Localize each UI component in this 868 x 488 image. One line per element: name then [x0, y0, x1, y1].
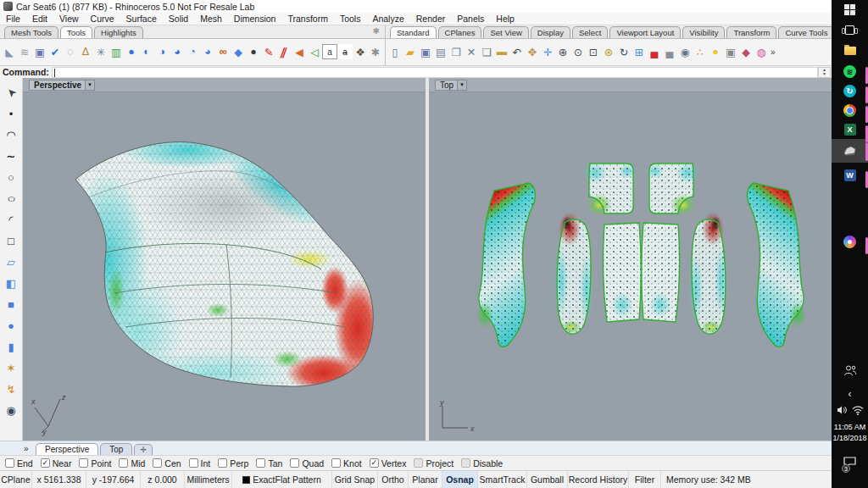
tab-mesh-tools[interactable]: Mesh Tools	[4, 26, 58, 38]
status-smarttrack-toggle[interactable]: SmartTrack	[478, 471, 527, 488]
sphere-brush-icon[interactable]: ◔	[185, 44, 200, 59]
mesh[interactable]: Mesh	[194, 14, 228, 24]
transform[interactable]: Transform	[281, 14, 333, 24]
rectangle-icon[interactable]: □	[3, 230, 20, 252]
ellipse-icon[interactable]: ○	[0, 188, 23, 209]
moth-icon[interactable]: ❖	[353, 44, 368, 59]
surface-corner-icon[interactable]: ◧	[3, 273, 20, 294]
cylinder-icon[interactable]: ▮	[3, 336, 20, 358]
status-planar-toggle[interactable]: Planar	[409, 471, 442, 488]
status-record-history-toggle[interactable]: Record History	[568, 471, 629, 488]
view[interactable]: View	[53, 14, 85, 24]
tab-cplanes[interactable]: CPlanes	[438, 26, 482, 38]
tools[interactable]: Tools	[334, 14, 367, 24]
osnap-cen[interactable]: Cen	[153, 458, 181, 469]
clock[interactable]: 11:05 AM	[832, 423, 868, 431]
tab-transform[interactable]: Transform	[726, 26, 776, 38]
grenade-icon[interactable]: ●	[246, 44, 261, 59]
lightning-icon[interactable]: ↯	[3, 379, 20, 400]
word-button[interactable]: W	[832, 169, 868, 181]
status-current-layer[interactable]: ExactFlat Pattern	[232, 471, 332, 488]
render-preview-icon[interactable]: ◉	[677, 44, 693, 59]
tab-visibility[interactable]: Visibility	[682, 26, 725, 38]
viewport-tab-perspective[interactable]: Perspective	[36, 443, 98, 455]
sphere-icon[interactable]: ●	[3, 315, 20, 336]
paste-icon[interactable]: ▬	[494, 44, 509, 59]
osnap-project[interactable]: Project	[414, 458, 453, 469]
export-file-icon[interactable]: ❐	[448, 44, 464, 59]
tab-viewport-layout[interactable]: Viewport Layout	[609, 26, 681, 38]
status-grid-snap-toggle[interactable]: Grid Snap	[332, 471, 378, 488]
wifi-icon[interactable]	[852, 405, 864, 415]
text-box-icon[interactable]: a	[322, 44, 337, 59]
zoom-selected-icon[interactable]: ⊛	[601, 44, 616, 59]
lightbulb-icon[interactable]: ●	[708, 44, 723, 59]
save-icon[interactable]: ▣	[32, 44, 47, 59]
sphere-pen-icon[interactable]: ◕	[200, 44, 215, 59]
surface[interactable]: Surface	[120, 14, 163, 24]
shatter-icon[interactable]: ✶	[3, 358, 20, 379]
top-canvas[interactable]	[429, 78, 832, 441]
toolbar-overflow-icon[interactable]: »	[771, 47, 776, 57]
text-strike-icon[interactable]: a	[337, 44, 353, 59]
chrome-button[interactable]	[832, 104, 868, 117]
osnap-point[interactable]: Point	[79, 458, 111, 469]
curve[interactable]: Curve	[85, 14, 120, 24]
sphere-pin-dark-icon[interactable]: ◕	[170, 44, 185, 59]
excel-button[interactable]: X	[832, 124, 868, 136]
analyze[interactable]: Analyze	[366, 14, 409, 24]
toolbar-gear-icon[interactable]: ✱	[373, 26, 380, 36]
top-viewport-menu[interactable]: Top ▾	[435, 80, 467, 91]
point-icon[interactable]: •	[3, 103, 20, 125]
start-button[interactable]	[832, 4, 868, 15]
osnap-vertex[interactable]: ✓Vertex	[370, 458, 407, 469]
viewport-dropdown-icon[interactable]: ▾	[85, 80, 94, 90]
osnap-vertex-checkbox[interactable]: ✓	[370, 458, 379, 468]
render[interactable]: Render	[410, 14, 451, 24]
osnap-perp-checkbox[interactable]	[218, 458, 227, 468]
cube-icon[interactable]: ◆	[231, 44, 246, 59]
shade-car-icon[interactable]: ▄	[647, 44, 662, 59]
osnap-point-checkbox[interactable]	[79, 458, 88, 468]
viewport-layout-icon[interactable]: ⊞	[632, 44, 647, 59]
surface-patch-icon[interactable]: ▱	[3, 252, 20, 273]
select-boundary-icon[interactable]: ◌	[63, 44, 78, 59]
edit[interactable]: Edit	[26, 14, 53, 24]
osnap-end[interactable]: End	[5, 458, 33, 469]
zoom-icon[interactable]: ⊕	[555, 44, 570, 59]
open-folder-icon[interactable]: ▰	[403, 44, 418, 59]
status-ortho-toggle[interactable]: Ortho	[378, 471, 409, 488]
perspective-canvas[interactable]	[23, 78, 426, 441]
spinner-down-icon[interactable]: ▼	[822, 72, 826, 76]
status-osnap-toggle[interactable]: Osnap	[442, 471, 478, 488]
osnap-perp[interactable]: Perp	[218, 458, 248, 469]
save-icon[interactable]: ▣	[418, 44, 433, 59]
people-button[interactable]	[832, 364, 868, 376]
calendar-date[interactable]: 1/18/2018	[832, 434, 868, 442]
osnap-disable-checkbox[interactable]	[461, 458, 470, 468]
osnap-near[interactable]: ✓Near	[41, 458, 72, 469]
control-curve-icon[interactable]: ∼	[3, 146, 20, 167]
rotate-view-icon[interactable]: ↻	[616, 44, 632, 59]
spotify-button[interactable]: ≋	[832, 65, 868, 78]
sphere-icon[interactable]: ●	[124, 44, 139, 59]
osnap-tan[interactable]: Tan	[256, 458, 282, 469]
osnap-project-checkbox[interactable]	[414, 458, 423, 468]
perspective-viewport[interactable]: Perspective ▾ x z y	[23, 78, 426, 441]
status-filter-toggle[interactable]: Filter	[629, 471, 661, 488]
box-icon[interactable]: ■	[3, 294, 20, 315]
new-file-icon[interactable]: ▯	[387, 44, 403, 59]
check-icon[interactable]: ✔	[47, 44, 63, 59]
status-cplane[interactable]: CPlane	[0, 471, 32, 488]
command-history-spinner[interactable]: ▲ ▼	[818, 67, 831, 78]
osnap-cen-checkbox[interactable]	[153, 458, 162, 468]
export-note-icon[interactable]: ▥	[108, 44, 124, 59]
osnap-disable[interactable]: Disable	[461, 458, 503, 469]
import-arrow-icon[interactable]: ◁	[307, 44, 322, 59]
osnap-knot-checkbox[interactable]	[331, 458, 341, 468]
viewport-tab-top[interactable]: Top	[100, 443, 132, 455]
osnap-mid-checkbox[interactable]	[119, 458, 128, 468]
tab-select[interactable]: Select	[572, 26, 608, 38]
status-gumball-toggle[interactable]: Gumball	[527, 471, 568, 488]
osnap-mid[interactable]: Mid	[119, 458, 145, 469]
